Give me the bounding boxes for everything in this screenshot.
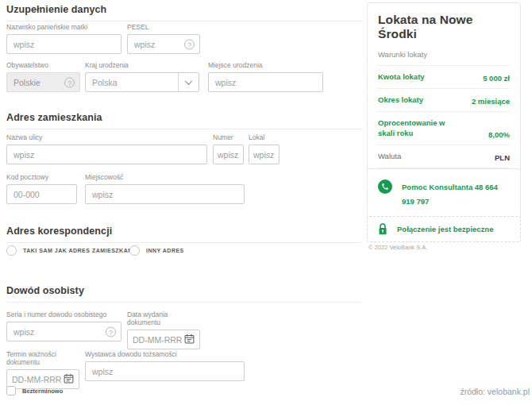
- birth-place-input[interactable]: [209, 73, 322, 91]
- radio-circle-icon[interactable]: [129, 245, 140, 256]
- mothers-maiden-name-input[interactable]: [7, 35, 121, 53]
- velobank-deposit-form-page: Uzupełnienie danych Nazwisko panieńskie …: [0, 0, 532, 405]
- summary-value: PLN: [495, 153, 510, 162]
- city-input[interactable]: [86, 185, 244, 203]
- postal-code-input[interactable]: [7, 185, 76, 203]
- pesel-help-icon[interactable]: ?: [184, 39, 195, 49]
- expiry-date-field: Termin ważności dokumentu: [6, 350, 79, 389]
- mothers-maiden-name-field: Nazwisko panieńskie matki: [6, 23, 121, 54]
- id-series-number-field: Seria i numer dowodu osobistego ?: [6, 310, 121, 341]
- lock-icon: [378, 223, 387, 235]
- house-number-input-box: [213, 145, 244, 164]
- house-number-label: Numer: [213, 133, 244, 141]
- city-field: Miejscowość: [85, 173, 245, 204]
- summary-row-interest: Oprocentowanie w skali roku 8,00%: [378, 112, 510, 146]
- postal-code-input-box: [6, 184, 77, 204]
- summary-label: Oprocentowanie w skali roku: [378, 118, 464, 140]
- section-title-id-document: Dowód osobisty: [6, 285, 361, 303]
- consultant-phone-text[interactable]: Pomoc Konsultanta 48 664 919 797: [402, 183, 498, 206]
- city-input-box: [85, 184, 245, 204]
- issue-date-field: Data wydania dokumentu: [127, 310, 200, 349]
- chevron-down-icon: [185, 77, 193, 85]
- birth-country-dropdown-zone[interactable]: [178, 73, 199, 91]
- summary-value: 8,00%: [488, 130, 510, 139]
- apartment-input[interactable]: [249, 145, 279, 164]
- summary-label: Okres lokaty: [378, 94, 423, 106]
- issue-date-label: Data wydania dokumentu: [127, 310, 200, 326]
- section-title-personal-data: Uzupełnienie danych: [6, 4, 361, 21]
- summary-row-currency: Waluta PLN: [378, 145, 510, 168]
- postal-code-label: Kod pocztowy: [6, 173, 77, 181]
- birth-country-field: Kraj urodzenia Polska: [85, 61, 199, 92]
- pesel-field: PESEL ?: [127, 23, 200, 54]
- summary-value: 5 000 zł: [483, 74, 510, 83]
- source-watermark: źródło: velobank.pl: [460, 387, 530, 396]
- pesel-label: PESEL: [127, 23, 200, 31]
- house-number-field: Numer: [213, 133, 244, 164]
- section-title-residence-address: Adres zamieszkania: [6, 112, 361, 129]
- issuer-input-box: [85, 361, 245, 381]
- id-series-number-input[interactable]: [7, 322, 121, 341]
- checkbox-icon[interactable]: [6, 386, 16, 395]
- id-series-number-label: Seria i numer dowodu osobistego: [6, 310, 121, 318]
- issuer-input[interactable]: [86, 362, 244, 380]
- phone-icon: [378, 179, 392, 194]
- indefinite-checkbox-row[interactable]: Bezterminowo: [6, 386, 63, 395]
- birth-country-value: Polska: [86, 78, 118, 87]
- birth-place-input-box: [208, 72, 323, 92]
- id-series-number-help-icon[interactable]: ?: [106, 326, 116, 337]
- mothers-maiden-name-label: Nazwisko panieńskie matki: [6, 23, 121, 31]
- pesel-input-box: ?: [127, 34, 200, 54]
- house-number-input[interactable]: [214, 145, 243, 164]
- apartment-field: Lokal: [249, 133, 279, 164]
- deposit-title: Lokata na Nowe Środki: [378, 13, 510, 41]
- section-title-correspondence-address: Adres korespondencji: [6, 226, 361, 243]
- radio-circle-icon[interactable]: [6, 245, 17, 256]
- indefinite-checkbox-label: Bezterminowo: [22, 388, 63, 395]
- secure-connection-text: Połączenie jest bezpieczne: [397, 225, 493, 233]
- street-input-box: [6, 145, 207, 164]
- id-series-number-input-box: ?: [6, 322, 121, 341]
- summary-row-period: Okres lokaty 2 miesiące: [378, 89, 510, 112]
- citizenship-input-box: ?: [6, 72, 80, 92]
- summary-value: 2 miesiące: [472, 97, 510, 106]
- street-input[interactable]: [7, 145, 206, 164]
- apartment-input-box: [249, 145, 279, 164]
- summary-label: Waluta: [378, 151, 401, 162]
- radio-other-address-label: INNY ADRES: [146, 248, 184, 253]
- radio-same-address-label: TAKI SAM JAK ADRES ZAMIESZKANIA: [23, 248, 139, 253]
- mothers-maiden-name-input-box: [6, 34, 121, 54]
- issue-date-input-box: [127, 330, 200, 349]
- apartment-label: Lokal: [249, 133, 279, 141]
- citizenship-label: Obywatelstwo: [6, 61, 80, 69]
- citizenship-help-icon[interactable]: ?: [64, 77, 75, 87]
- calendar-icon[interactable]: [184, 333, 195, 347]
- birth-country-label: Kraj urodzenia: [85, 61, 199, 69]
- birth-place-field: Miejsce urodzenia: [208, 61, 323, 92]
- deposit-conditions-subtitle: Warunki lokaty: [378, 50, 510, 66]
- secure-connection-card: Połączenie jest bezpieczne: [367, 216, 521, 242]
- expiry-date-label: Termin ważności dokumentu: [6, 350, 79, 366]
- radio-other-address[interactable]: INNY ADRES: [129, 245, 184, 256]
- birth-country-select[interactable]: Polska: [85, 72, 199, 92]
- issuer-field: Wystawca dowodu tożsamości: [85, 350, 245, 381]
- calendar-icon[interactable]: [64, 372, 74, 387]
- city-label: Miejscowość: [85, 173, 245, 181]
- radio-same-address[interactable]: TAKI SAM JAK ADRES ZAMIESZKANIA: [6, 245, 139, 256]
- street-label: Nazwa ulicy: [6, 133, 207, 141]
- street-field: Nazwa ulicy: [6, 133, 207, 164]
- citizenship-field: Obywatelstwo ?: [6, 61, 80, 92]
- summary-label: Kwota lokaty: [378, 71, 425, 83]
- copyright-text: © 2022 VeloBank S.A.: [368, 244, 427, 251]
- postal-code-field: Kod pocztowy: [6, 173, 77, 204]
- birth-place-label: Miejsce urodzenia: [208, 61, 323, 69]
- issuer-label: Wystawca dowodu tożsamości: [85, 350, 245, 358]
- summary-row-amount: Kwota lokaty 5 000 zł: [378, 66, 510, 89]
